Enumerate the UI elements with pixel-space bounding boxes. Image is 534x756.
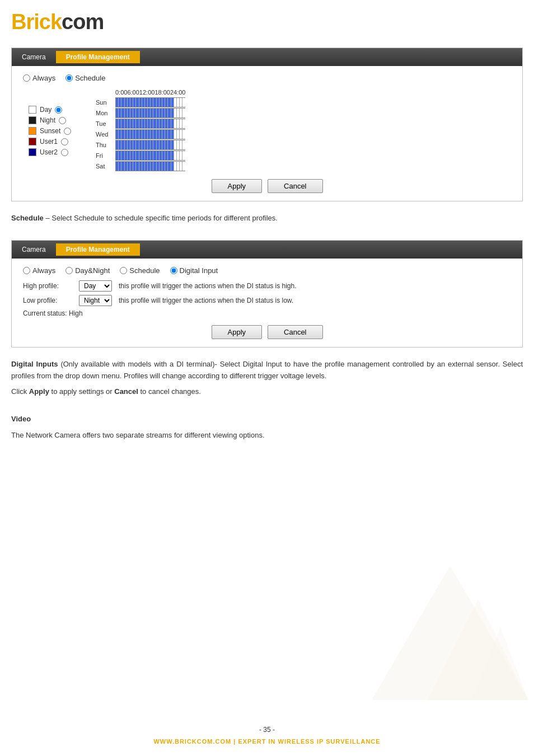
radio-schedule-label-2: Schedule <box>129 266 160 275</box>
panel-body-schedule: Always Schedule Day Night <box>12 66 522 201</box>
panel2-cancel-button[interactable]: Cancel <box>268 325 322 339</box>
time-12: 12:00 <box>139 89 155 96</box>
legend-label-day: Day <box>40 106 51 114</box>
day-label-tue: Tue <box>96 120 115 127</box>
day-label-sun: Sun <box>96 99 115 106</box>
schedule-desc-rest: – Select Schedule to schedule specific t… <box>44 214 278 222</box>
footer-brand-text: WWW.BRICKCOM.COM | EXPERT IN WIRELESS IP… <box>153 738 380 745</box>
cell[interactable] <box>182 140 185 149</box>
radio-always-input-1[interactable] <box>23 74 30 82</box>
radio-schedule-label-1: Schedule <box>75 74 105 82</box>
cells-thu[interactable] <box>115 140 185 150</box>
tab-profile-mgmt-2[interactable]: Profile Management <box>56 243 140 256</box>
cell[interactable] <box>182 119 185 128</box>
video-heading: Video <box>11 414 523 425</box>
svg-marker-0 <box>372 566 528 700</box>
time-6: 6:00 <box>127 89 139 96</box>
low-profile-select[interactable]: Day Night <box>79 295 112 306</box>
radio-daynight-2[interactable]: Day&Night <box>65 266 110 275</box>
panel-header-1: Camera Profile Management <box>12 48 522 66</box>
cell[interactable] <box>182 130 185 139</box>
di-radio-group: Always Day&Night Schedule Digital Input <box>23 266 511 275</box>
legend-radio-sunset[interactable] <box>64 128 71 135</box>
panel1-btn-row: Apply Cancel <box>23 179 511 193</box>
legend-box-night <box>29 116 36 124</box>
cell[interactable] <box>182 162 185 171</box>
apply-bold: Apply <box>29 387 49 396</box>
page-number: - 35 - <box>259 726 275 734</box>
radio-schedule-1[interactable]: Schedule <box>65 74 105 82</box>
footer-area: - 35 - WWW.BRICKCOM.COM | EXPERT IN WIRE… <box>0 726 534 745</box>
legend-radio-day[interactable] <box>55 106 62 114</box>
svg-marker-2 <box>472 627 528 700</box>
legend-label-sunset: Sunset <box>40 127 60 135</box>
di-panel-body: Always Day&Night Schedule Digital Input … <box>12 259 522 347</box>
radio-daynight-input-2[interactable] <box>65 267 73 274</box>
apply-desc-middle: to apply settings or <box>49 387 114 396</box>
tab-camera-1[interactable]: Camera <box>12 51 56 63</box>
di-desc-section: Digital Inputs (Only available with mode… <box>0 353 534 408</box>
logo-com: com <box>62 10 104 34</box>
cells-fri[interactable] <box>115 151 185 161</box>
legend-box-sunset <box>29 127 36 135</box>
time-18: 18:00 <box>154 89 170 96</box>
radio-di-2[interactable]: Digital Input <box>170 266 218 275</box>
legend-label-user1: User1 <box>40 138 58 145</box>
row-sat: Sat <box>96 161 185 171</box>
radio-always-input-2[interactable] <box>23 267 30 274</box>
cells-mon[interactable] <box>115 108 185 118</box>
current-status: Current status: High <box>23 309 511 317</box>
grid-rows: Sun Mon <box>96 97 185 171</box>
schedule-grid-container: Day Night Sunset Use <box>29 89 511 171</box>
radio-schedule-2[interactable]: Schedule <box>120 266 160 275</box>
row-mon: Mon <box>96 108 185 118</box>
tab-profile-mgmt-1[interactable]: Profile Management <box>56 51 140 63</box>
schedule-desc-section: Schedule – Select Schedule to schedule s… <box>0 207 534 234</box>
panel2-btn-row: Apply Cancel <box>23 325 511 339</box>
row-fri: Fri <box>96 151 185 161</box>
day-label-fri: Fri <box>96 152 115 159</box>
apply-desc-text: Click Apply to apply settings or Cancel … <box>11 386 523 398</box>
radio-daynight-label-2: Day&Night <box>75 266 110 275</box>
legend-radio-user2[interactable] <box>61 149 68 156</box>
panel1-cancel-button[interactable]: Cancel <box>268 179 322 193</box>
row-sun: Sun <box>96 97 185 107</box>
legend-radio-night[interactable] <box>59 117 66 124</box>
di-desc-text: Digital Inputs (Only available with mode… <box>11 359 523 382</box>
radio-always-2[interactable]: Always <box>23 266 55 275</box>
day-label-thu: Thu <box>96 142 115 148</box>
cell[interactable] <box>182 109 185 118</box>
click-label: Click <box>11 387 29 396</box>
cells-sun[interactable] <box>115 97 185 107</box>
high-profile-select[interactable]: Day Night <box>79 280 112 292</box>
legend-user1: User1 <box>29 138 79 145</box>
cells-wed[interactable] <box>115 129 185 139</box>
cell[interactable] <box>182 151 185 160</box>
radio-schedule-input-1[interactable] <box>65 74 73 82</box>
cell[interactable] <box>182 98 185 107</box>
cancel-bold: Cancel <box>114 387 138 396</box>
legend-radio-user1[interactable] <box>61 138 68 145</box>
radio-always-1[interactable]: Always <box>23 74 55 82</box>
low-profile-desc: this profile will trigger the actions wh… <box>119 297 293 304</box>
radio-di-input-2[interactable] <box>170 267 177 274</box>
panel1-apply-button[interactable]: Apply <box>212 179 263 193</box>
legend-box-day <box>29 106 36 114</box>
apply-desc-end: to cancel changes. <box>138 387 201 396</box>
panel-schedule: Camera Profile Management Always Schedul… <box>11 48 523 201</box>
watermark-decoration <box>366 555 534 711</box>
cells-sat[interactable] <box>115 161 185 171</box>
schedule-bold: Schedule <box>11 214 44 222</box>
radio-always-label-2: Always <box>32 266 55 275</box>
panel-header-2: Camera Profile Management <box>12 241 522 259</box>
day-label-wed: Wed <box>96 131 115 138</box>
tab-camera-2[interactable]: Camera <box>12 243 56 256</box>
cells-tue[interactable] <box>115 119 185 129</box>
video-text: The Network Camera offers two separate s… <box>11 430 523 442</box>
radio-schedule-input-2[interactable] <box>120 267 127 274</box>
profile-legend: Day Night Sunset Use <box>29 89 79 156</box>
legend-day: Day <box>29 106 79 114</box>
panel2-apply-button[interactable]: Apply <box>212 325 263 339</box>
time-header: 0:00 6:00 12:00 18:00 24:00 <box>115 89 185 96</box>
legend-box-user2 <box>29 148 36 156</box>
